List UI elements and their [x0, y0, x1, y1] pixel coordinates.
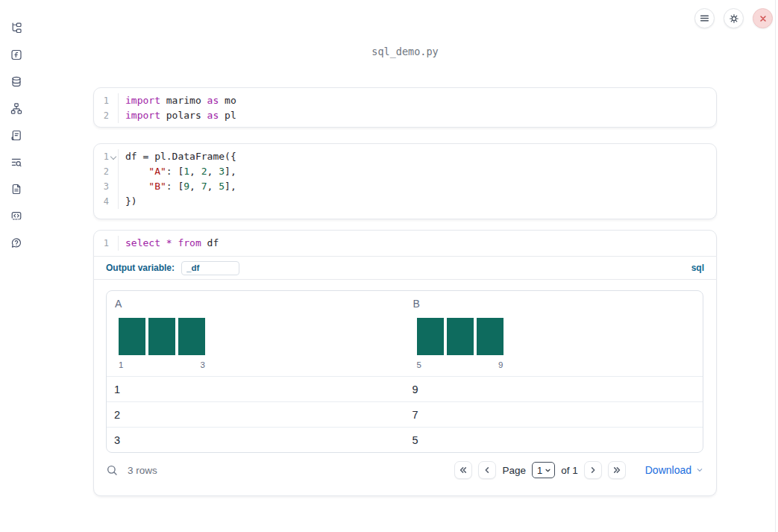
function-icon — [10, 48, 22, 62]
close-icon — [758, 13, 768, 24]
fold-chevron-icon[interactable] — [110, 154, 116, 160]
column-name: B — [413, 298, 695, 310]
code-editor[interactable]: 1234 df = pl.DataFrame({ "A": [1, 2, 3],… — [94, 144, 716, 214]
sidebar-item-documentation[interactable] — [6, 178, 27, 199]
first-page-button[interactable] — [454, 461, 472, 479]
notebook-main: sql_demo.py 12 import marimo as moimport… — [93, 0, 717, 532]
line-number: 2 — [94, 164, 118, 179]
dataframe-output: A13B59 192735 — [94, 280, 716, 453]
sidebar-item-dependency-graph[interactable] — [6, 98, 27, 119]
table-cell: 5 — [405, 434, 703, 446]
settings-button[interactable] — [724, 8, 744, 28]
sidebar-item-logs[interactable] — [6, 125, 27, 145]
output-variable-label: Output variable: — [106, 263, 175, 273]
histogram-axis-labels: 13 — [119, 360, 205, 369]
sidebar-item-variables[interactable] — [6, 44, 27, 65]
histogram-bar — [178, 318, 205, 355]
code-line[interactable]: df = pl.DataFrame({ — [125, 149, 716, 164]
code-line[interactable]: "B": [9, 7, 5], — [125, 179, 716, 194]
scroll-icon — [10, 128, 22, 143]
close-button[interactable] — [753, 8, 773, 28]
sidebar-item-table-of-contents[interactable] — [6, 151, 27, 172]
help-bubble-icon — [10, 236, 22, 250]
column-header[interactable]: A13 — [107, 291, 405, 376]
table-header-row: A13B59 — [107, 291, 703, 376]
sidebar — [0, 0, 33, 532]
table-row: 27 — [107, 401, 703, 427]
histogram — [119, 318, 205, 355]
code-editor[interactable]: 12 import marimo as moimport polars as p… — [94, 88, 716, 128]
histogram-axis-labels: 59 — [417, 360, 503, 369]
right-edge-divider — [775, 0, 776, 532]
column-header[interactable]: B59 — [405, 291, 703, 376]
code-editor[interactable]: 1 select * from df — [94, 231, 716, 257]
line-number: 1 — [94, 236, 118, 251]
database-icon — [10, 75, 22, 89]
table-row: 35 — [107, 427, 703, 452]
code-lines[interactable]: select * from df — [119, 236, 716, 251]
histogram-bar — [119, 318, 145, 355]
last-page-button[interactable] — [608, 461, 626, 479]
line-number-gutter: 12 — [94, 93, 119, 123]
network-icon — [10, 101, 22, 116]
table-row: 19 — [107, 376, 703, 401]
line-number: 2 — [94, 108, 118, 123]
sql-cell[interactable]: 1 select * from df Output variable: sql … — [93, 230, 717, 496]
line-number: 3 — [94, 179, 118, 194]
code-line[interactable]: }) — [125, 194, 716, 209]
table-footer: 3 rows Page 1 — [94, 453, 716, 487]
table-body: 192735 — [107, 376, 703, 452]
data-table: A13B59 192735 — [106, 290, 703, 453]
code-line[interactable]: import marimo as mo — [125, 93, 716, 108]
output-variable-input[interactable] — [181, 261, 239, 275]
chevron-down-icon — [695, 466, 704, 475]
list-search-icon — [10, 155, 22, 169]
code-lines[interactable]: df = pl.DataFrame({ "A": [1, 2, 3], "B":… — [119, 149, 716, 209]
page-of-label: of 1 — [561, 465, 578, 476]
page-select[interactable]: 1 — [532, 462, 555, 478]
file-tree-icon — [10, 21, 22, 35]
row-count: 3 rows — [128, 465, 157, 476]
download-label: Download — [645, 464, 691, 476]
table-cell: 3 — [107, 434, 405, 446]
search-icon — [106, 464, 119, 477]
page-select-value: 1 — [537, 465, 542, 476]
chevron-down-icon — [544, 466, 552, 475]
line-number: 1 — [94, 149, 118, 164]
code-line[interactable]: import polars as pl — [125, 108, 716, 123]
chevron-right-icon — [588, 465, 598, 475]
histogram — [417, 318, 503, 355]
gear-icon — [728, 13, 740, 25]
page-label: Page — [502, 465, 526, 476]
code-line[interactable]: "A": [1, 2, 3], — [125, 164, 716, 179]
sidebar-item-file-explorer[interactable] — [6, 17, 27, 38]
document-icon — [10, 182, 22, 196]
chevrons-left-icon — [458, 465, 468, 475]
line-number: 4 — [94, 194, 118, 209]
chevrons-right-icon — [612, 465, 622, 475]
pagination: Page 1 of 1 — [454, 461, 704, 479]
line-number: 1 — [94, 93, 118, 108]
line-number-gutter: 1 — [94, 236, 119, 251]
histogram-bar — [477, 318, 503, 355]
code-box-icon — [10, 209, 22, 223]
column-name: A — [115, 298, 397, 310]
code-lines[interactable]: import marimo as moimport polars as pl — [119, 93, 716, 123]
notebook-title: sql_demo.py — [93, 46, 717, 57]
table-cell: 1 — [107, 384, 405, 395]
code-cell-imports[interactable]: 12 import marimo as moimport polars as p… — [93, 87, 717, 128]
table-cell: 7 — [405, 409, 703, 421]
next-page-button[interactable] — [584, 461, 602, 479]
language-badge-sql: sql — [691, 263, 704, 273]
prev-page-button[interactable] — [478, 461, 496, 479]
output-variable-row: Output variable: sql — [94, 257, 716, 280]
download-button[interactable]: Download — [645, 464, 704, 476]
code-cell-dataframe[interactable]: 1234 df = pl.DataFrame({ "A": [1, 2, 3],… — [93, 143, 717, 219]
sidebar-item-data-sources[interactable] — [6, 71, 27, 92]
sidebar-item-help[interactable] — [6, 232, 27, 253]
search-button[interactable] — [106, 464, 119, 477]
code-line[interactable]: select * from df — [125, 236, 716, 251]
sidebar-item-snippets[interactable] — [6, 205, 27, 226]
table-cell: 2 — [107, 409, 405, 421]
histogram-bar — [447, 318, 474, 355]
